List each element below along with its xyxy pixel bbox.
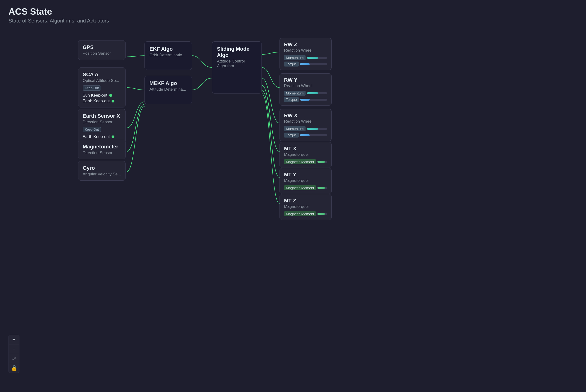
- sca-a-node[interactable]: SCA A Optical Attitude Se... Keep Out Su…: [78, 68, 126, 108]
- mt-y-node[interactable]: MT Y Magnetorquer Magnetic Moment: [280, 168, 332, 194]
- gps-title: GPS: [83, 44, 121, 50]
- rw-z-subtitle: Reaction Wheel: [284, 48, 327, 53]
- mekf-subtitle: Attitude Determina...: [150, 87, 187, 92]
- mt-z-magmoment-fill: [317, 213, 325, 215]
- rw-y-torque-fill: [300, 99, 310, 100]
- page-subtitle: State of Sensors, Algorithms, and Actuat…: [9, 18, 109, 24]
- ekf-title: EKF Algo: [150, 46, 187, 52]
- rw-z-momentum-fill: [307, 57, 318, 59]
- mt-x-magmoment-track: [317, 161, 327, 163]
- mt-x-magmoment-fill: [317, 161, 325, 163]
- rw-y-title: RW Y: [284, 77, 327, 83]
- rw-z-node[interactable]: RW Z Reaction Wheel Momentum Torque: [280, 38, 332, 70]
- rw-x-torque-label: Torque: [284, 132, 299, 138]
- gyro-node[interactable]: Gyro Angular Velocity Se...: [78, 161, 126, 180]
- earth-keepout-badge: Keep Out: [83, 127, 101, 132]
- mt-z-magmoment-bar: Magnetic Moment: [284, 212, 327, 216]
- rw-z-torque-bar: Torque: [284, 62, 327, 66]
- mt-y-subtitle: Magnetorquer: [284, 178, 327, 183]
- sca-keepout-badge: Keep Out: [83, 86, 101, 91]
- rw-y-momentum-track: [307, 92, 327, 94]
- rw-y-torque-bar: Torque: [284, 97, 327, 102]
- rw-y-torque-track: [300, 99, 327, 100]
- sliding-title: Sliding Mode Algo: [217, 46, 257, 58]
- rw-z-title: RW Z: [284, 42, 327, 48]
- earth-keepout-label: Earth Keep-out: [83, 134, 110, 139]
- sca-sun-keepout-dot: [109, 94, 112, 97]
- mekf-title: MEKF Algo: [150, 80, 187, 86]
- magnetometer-node[interactable]: Magnetometer Direction Sensor: [78, 140, 126, 159]
- rw-y-momentum-bar: Momentum: [284, 91, 327, 96]
- rw-y-node[interactable]: RW Y Reaction Wheel Momentum Torque: [280, 74, 332, 106]
- rw-x-subtitle: Reaction Wheel: [284, 119, 327, 124]
- rw-x-title: RW X: [284, 112, 327, 118]
- mt-z-node[interactable]: MT Z Magnetorquer Magnetic Moment: [280, 194, 332, 220]
- rw-x-momentum-track: [307, 128, 327, 130]
- earth-keepout-dot: [112, 136, 114, 138]
- sca-earth-keepout-dot: [112, 100, 114, 102]
- gps-node[interactable]: GPS Position Sensor: [78, 40, 126, 60]
- rw-x-torque-fill: [300, 134, 310, 136]
- mt-z-title: MT Z: [284, 198, 327, 204]
- rw-x-torque-bar: Torque: [284, 132, 327, 138]
- mt-y-magmoment-label: Magnetic Moment: [284, 185, 316, 190]
- earth-sensor-node[interactable]: Earth Sensor X Direction Sensor Keep Out…: [78, 109, 126, 143]
- gyro-title: Gyro: [83, 165, 121, 171]
- rw-z-torque-label: Torque: [284, 62, 299, 66]
- rw-y-momentum-label: Momentum: [284, 91, 306, 96]
- mt-x-magmoment-bar: Magnetic Moment: [284, 159, 327, 164]
- sca-sun-keepout-label: Sun Keep-out: [83, 93, 107, 98]
- earth-sensor-title: Earth Sensor X: [83, 113, 121, 119]
- mt-x-subtitle: Magnetorquer: [284, 152, 327, 157]
- rw-y-subtitle: Reaction Wheel: [284, 84, 327, 88]
- rw-z-momentum-bar: Momentum: [284, 55, 327, 60]
- earth-earth-keepout-row: Earth Keep-out: [83, 134, 121, 139]
- rw-z-momentum-label: Momentum: [284, 55, 306, 60]
- earth-sensor-subtitle: Direction Sensor: [83, 120, 121, 124]
- sliding-algo-node[interactable]: Sliding Mode Algo Attitude Control Algor…: [212, 42, 262, 94]
- header: ACS State State of Sensors, Algorithms, …: [9, 7, 109, 24]
- rw-x-momentum-fill: [307, 128, 318, 130]
- mt-x-magmoment-label: Magnetic Moment: [284, 159, 316, 164]
- rw-y-momentum-fill: [307, 92, 318, 94]
- mt-x-node[interactable]: MT X Magnetorquer Magnetic Moment: [280, 142, 332, 168]
- mt-y-magmoment-fill: [317, 187, 325, 189]
- rw-z-torque-track: [300, 63, 327, 65]
- sca-a-subtitle: Optical Attitude Se...: [83, 78, 121, 83]
- sca-a-title: SCA A: [83, 72, 121, 78]
- sca-sun-keepout-row: Sun Keep-out: [83, 93, 121, 98]
- mt-z-subtitle: Magnetorquer: [284, 204, 327, 209]
- mt-y-magmoment-track: [317, 187, 327, 189]
- mekf-algo-node[interactable]: MEKF Algo Attitude Determina...: [145, 76, 192, 104]
- rw-x-momentum-label: Momentum: [284, 126, 306, 131]
- rw-y-torque-label: Torque: [284, 97, 299, 102]
- magnetometer-subtitle: Direction Sensor: [83, 150, 121, 155]
- mt-y-magmoment-bar: Magnetic Moment: [284, 185, 327, 190]
- lock-button[interactable]: 🔒: [9, 363, 19, 373]
- ekf-algo-node[interactable]: EKF Algo Orbit Determinatio...: [145, 42, 192, 70]
- mt-z-magmoment-label: Magnetic Moment: [284, 212, 316, 216]
- fit-button[interactable]: ⤢: [9, 354, 19, 363]
- mt-x-title: MT X: [284, 146, 327, 152]
- ekf-subtitle: Orbit Determinatio...: [150, 53, 187, 58]
- rw-x-node[interactable]: RW X Reaction Wheel Momentum Torque: [280, 109, 332, 141]
- sca-earth-keepout-row: Earth Keep-out: [83, 99, 121, 104]
- zoom-in-button[interactable]: +: [9, 335, 19, 344]
- rw-z-momentum-track: [307, 57, 327, 59]
- zoom-out-button[interactable]: −: [9, 344, 19, 354]
- rw-z-torque-fill: [300, 63, 310, 65]
- zoom-controls: + − ⤢ 🔒: [9, 335, 20, 373]
- sliding-subtitle: Attitude Control Algorithm: [217, 59, 257, 68]
- gps-subtitle: Position Sensor: [83, 51, 121, 56]
- magnetometer-title: Magnetometer: [83, 144, 121, 150]
- sca-earth-keepout-label: Earth Keep-out: [83, 99, 110, 104]
- canvas: GPS Position Sensor SCA A Optical Attitu…: [0, 31, 586, 392]
- gyro-subtitle: Angular Velocity Se...: [83, 172, 121, 176]
- rw-x-momentum-bar: Momentum: [284, 126, 327, 131]
- mt-y-title: MT Y: [284, 172, 327, 178]
- rw-x-torque-track: [300, 134, 327, 136]
- page-title: ACS State: [9, 7, 109, 17]
- mt-z-magmoment-track: [317, 213, 327, 215]
